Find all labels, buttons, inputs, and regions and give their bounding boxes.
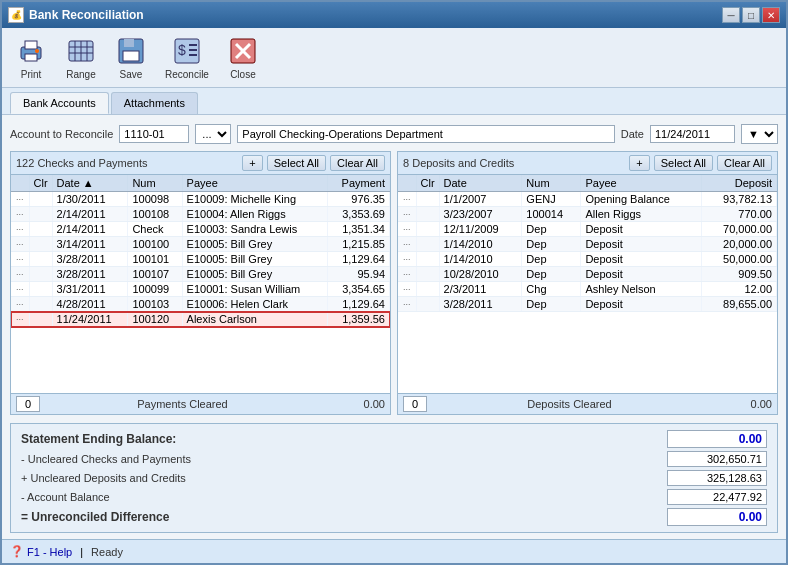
deposit-row[interactable]: ··· 12/11/2009 Dep Deposit 70,000.00 (398, 222, 777, 237)
minimize-button[interactable]: ─ (722, 7, 740, 23)
check-row[interactable]: ··· 2/14/2011 100108 E10004: Allen Riggs… (11, 207, 390, 222)
row-payee: Deposit (581, 297, 702, 312)
window-title: Bank Reconciliation (29, 8, 144, 22)
uncleared-deposits-row: + Uncleared Deposits and Credits 325,128… (21, 470, 767, 486)
tab-attachments[interactable]: Attachments (111, 92, 198, 114)
check-row[interactable]: ··· 1/30/2011 100098 E10009: Michelle Ki… (11, 192, 390, 207)
row-dots[interactable]: ··· (398, 282, 416, 297)
range-button[interactable]: Range (60, 32, 102, 83)
account-number-input[interactable] (119, 125, 189, 143)
deposits-col-num: Num (522, 175, 581, 192)
maximize-button[interactable]: □ (742, 7, 760, 23)
check-row[interactable]: ··· 4/28/2011 100103 E10006: Helen Clark… (11, 297, 390, 312)
row-num: 100101 (128, 252, 182, 267)
help-text: F1 - Help (27, 546, 72, 558)
save-button[interactable]: Save (110, 32, 152, 83)
check-row[interactable]: ··· 3/14/2011 100100 E10005: Bill Grey 1… (11, 237, 390, 252)
deposit-row[interactable]: ··· 1/14/2010 Dep Deposit 20,000.00 (398, 237, 777, 252)
row-date: 3/23/2007 (439, 207, 522, 222)
row-dots[interactable]: ··· (11, 282, 29, 297)
reconcile-button[interactable]: $ Reconcile (160, 32, 214, 83)
deposit-row[interactable]: ··· 3/23/2007 100014 Allen Riggs 770.00 (398, 207, 777, 222)
deposits-table-wrapper[interactable]: Clr Date Num Payee Deposit ··· 1/1/2007 … (398, 175, 777, 393)
row-dots[interactable]: ··· (11, 312, 29, 327)
row-dots[interactable]: ··· (398, 207, 416, 222)
account-dropdown[interactable]: ... (195, 124, 231, 144)
deposits-col-clr: Clr (416, 175, 439, 192)
date-input[interactable] (650, 125, 735, 143)
row-dots[interactable]: ··· (11, 237, 29, 252)
row-dots[interactable]: ··· (398, 267, 416, 282)
deposit-row[interactable]: ··· 2/3/2011 Chg Ashley Nelson 12.00 (398, 282, 777, 297)
tab-bar: Bank Accounts Attachments (2, 88, 786, 115)
row-dots[interactable]: ··· (11, 222, 29, 237)
row-dots[interactable]: ··· (11, 267, 29, 282)
row-date: 2/3/2011 (439, 282, 522, 297)
row-date: 12/11/2009 (439, 222, 522, 237)
print-button[interactable]: Print (10, 32, 52, 83)
row-dots[interactable]: ··· (11, 207, 29, 222)
deposits-add-button[interactable]: + (629, 155, 649, 171)
unreconciled-value: 0.00 (667, 508, 767, 526)
row-dots[interactable]: ··· (11, 252, 29, 267)
deposits-footer-label: Deposits Cleared (427, 398, 712, 410)
checks-add-button[interactable]: + (242, 155, 262, 171)
date-label: Date (621, 128, 644, 140)
checks-clear-all-button[interactable]: Clear All (330, 155, 385, 171)
row-payee: Allen Riggs (581, 207, 702, 222)
close-button[interactable]: ✕ (762, 7, 780, 23)
deposit-row[interactable]: ··· 1/14/2010 Dep Deposit 50,000.00 (398, 252, 777, 267)
row-clr (416, 207, 439, 222)
account-row: Account to Reconcile ... Date ▼ (10, 121, 778, 147)
deposit-row[interactable]: ··· 3/28/2011 Dep Deposit 89,655.00 (398, 297, 777, 312)
check-row[interactable]: ··· 3/31/2011 100099 E10001: Susan Willi… (11, 282, 390, 297)
row-date: 2/14/2011 (52, 207, 128, 222)
highlighted-check-row[interactable]: ··· 11/24/2011 100120 Alexis Carlson 1,3… (11, 312, 390, 327)
row-dots[interactable]: ··· (398, 192, 416, 207)
row-date: 4/28/2011 (52, 297, 128, 312)
row-dots[interactable]: ··· (398, 222, 416, 237)
checks-table-wrapper[interactable]: Clr Date ▲ Num Payee Payment ··· 1/30/20… (11, 175, 390, 393)
check-row[interactable]: ··· 3/28/2011 100107 E10005: Bill Grey 9… (11, 267, 390, 282)
deposit-row[interactable]: ··· 1/1/2007 GENJ Opening Balance 93,782… (398, 192, 777, 207)
ending-balance-value: 0.00 (667, 430, 767, 448)
row-clr (416, 237, 439, 252)
date-dropdown[interactable]: ▼ (741, 124, 778, 144)
row-payee: E10005: Bill Grey (182, 267, 327, 282)
row-num: Dep (522, 237, 581, 252)
checks-select-all-button[interactable]: Select All (267, 155, 326, 171)
close-tool-button[interactable]: Close (222, 32, 264, 83)
help-link[interactable]: ❓ F1 - Help (10, 545, 72, 558)
checks-panel: 122 Checks and Payments + Select All Cle… (10, 151, 391, 415)
save-icon (115, 35, 147, 67)
check-row[interactable]: ··· 2/14/2011 Check E10003: Sandra Lewis… (11, 222, 390, 237)
panels: 122 Checks and Payments + Select All Cle… (10, 151, 778, 415)
row-payee: E10005: Bill Grey (182, 252, 327, 267)
row-clr (29, 192, 52, 207)
row-deposit: 89,655.00 (702, 297, 777, 312)
row-dots[interactable]: ··· (398, 252, 416, 267)
deposit-row[interactable]: ··· 10/28/2010 Dep Deposit 909.50 (398, 267, 777, 282)
row-dots[interactable]: ··· (398, 237, 416, 252)
row-dots[interactable]: ··· (11, 297, 29, 312)
deposits-select-all-button[interactable]: Select All (654, 155, 713, 171)
row-payee: Deposit (581, 222, 702, 237)
deposits-clear-all-button[interactable]: Clear All (717, 155, 772, 171)
check-row[interactable]: ··· 3/28/2011 100101 E10005: Bill Grey 1… (11, 252, 390, 267)
save-label: Save (120, 69, 143, 80)
row-dots[interactable]: ··· (398, 297, 416, 312)
range-label: Range (66, 69, 95, 80)
uncleared-checks-value: 302,650.71 (667, 451, 767, 467)
row-dots[interactable]: ··· (11, 192, 29, 207)
row-payment: 1,351.34 (327, 222, 389, 237)
row-num: Dep (522, 222, 581, 237)
svg-rect-1 (25, 41, 37, 49)
account-name-input[interactable] (237, 125, 614, 143)
uncleared-checks-label: - Uncleared Checks and Payments (21, 453, 667, 465)
row-date: 3/31/2011 (52, 282, 128, 297)
row-deposit: 20,000.00 (702, 237, 777, 252)
row-num: 100120 (128, 312, 182, 327)
row-clr (29, 237, 52, 252)
tab-bank-accounts[interactable]: Bank Accounts (10, 92, 109, 114)
row-num: 100098 (128, 192, 182, 207)
